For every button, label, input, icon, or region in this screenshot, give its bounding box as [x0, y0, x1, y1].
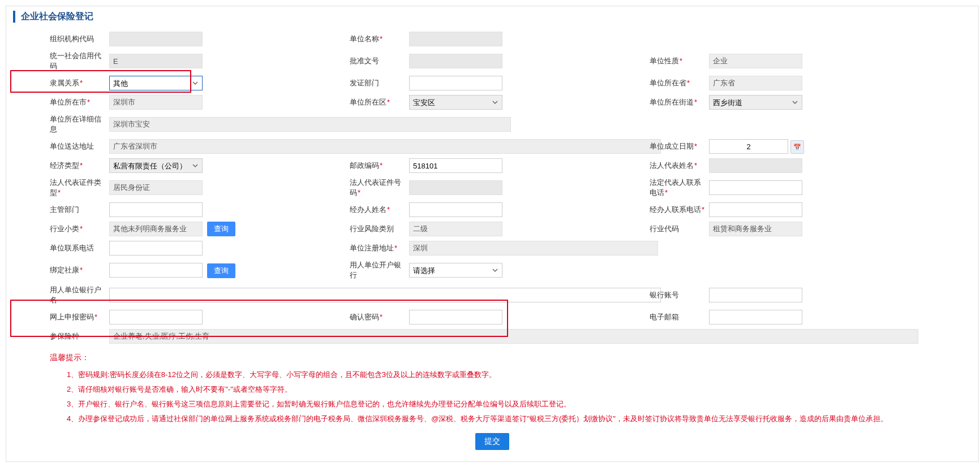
label-affiliation: 隶属关系	[50, 78, 109, 88]
tip-item: 2、请仔细核对银行账号是否准确，输入时不要有"-"或者空格等字符。	[50, 382, 972, 397]
postal-input[interactable]	[409, 158, 502, 173]
label-legal-phone: 法定代表人联系电话	[650, 178, 709, 198]
label-bank: 用人单位开户银行	[350, 260, 409, 280]
bank-acct-name-input[interactable]	[109, 288, 661, 302]
label-org-code: 组织机构代码	[50, 34, 109, 44]
label-district: 单位所在区	[350, 97, 409, 107]
label-unit-name: 单位名称	[350, 34, 409, 44]
shekang-query-button[interactable]: 查询	[207, 263, 235, 278]
unit-phone-input[interactable]	[109, 241, 203, 256]
label-reg-addr: 单位注册地址	[350, 243, 409, 253]
district-select[interactable]: 宝安区	[409, 95, 502, 110]
label-approval-no: 批准文号	[350, 56, 409, 66]
label-bind-shekang: 绑定社康	[50, 265, 109, 275]
bank-select[interactable]: 请选择	[409, 263, 502, 278]
ins-types-value: 企业养老,失业,医疗,工伤,生育	[109, 329, 918, 344]
org-code-value	[109, 32, 203, 46]
tip-item: 3、开户银行、银行户名、银行账号这三项信息原则上需要登记，如暂时确无银行账户信息…	[50, 397, 972, 412]
label-est-date: 单位成立日期	[650, 141, 709, 152]
delivery-addr-value: 广东省深圳市	[109, 139, 661, 154]
label-bank-acct-name: 用人单位银行户名	[50, 285, 109, 305]
legal-id-type-value: 居民身份证	[109, 180, 203, 195]
label-email: 电子邮箱	[650, 312, 709, 322]
reg-addr-value: 深圳	[409, 241, 658, 256]
label-unit-nature: 单位性质	[650, 56, 709, 66]
label-industry-code: 行业代码	[650, 224, 709, 234]
supervisor-input[interactable]	[109, 202, 203, 217]
label-issue-dept: 发证部门	[350, 78, 409, 88]
tips-title: 温馨提示：	[50, 353, 972, 363]
legal-name-value	[709, 158, 802, 173]
approval-no-value	[409, 54, 502, 68]
econ-type-select[interactable]: 私营有限责任（公司）	[109, 158, 203, 173]
calendar-icon[interactable]: 📅	[790, 140, 804, 154]
industry-sub-value: 其他未列明商务服务业	[109, 222, 203, 236]
label-usc-code: 统一社会信用代码	[50, 51, 109, 71]
label-unit-phone: 单位联系电话	[50, 243, 109, 253]
bank-acct-no-input[interactable]	[709, 288, 802, 302]
label-risk-level: 行业风险类别	[350, 224, 409, 234]
label-detail-addr: 单位所在详细信息	[50, 114, 109, 135]
label-confirm-pwd: 确认密码	[350, 312, 409, 322]
label-legal-id-type: 法人代表证件类型	[50, 178, 109, 198]
label-province: 单位所在省	[650, 78, 709, 88]
label-postal: 邮政编码	[350, 161, 409, 171]
label-city: 单位所在市	[50, 97, 109, 107]
page-title: 企业社会保险登记	[13, 11, 972, 23]
label-delivery-addr: 单位送达地址	[50, 141, 109, 152]
label-handler-phone: 经办人联系电话	[650, 205, 709, 215]
label-supervisor: 主管部门	[50, 205, 109, 215]
province-value: 广东省	[709, 76, 802, 90]
industry-code-value: 租赁和商务服务业	[709, 222, 802, 236]
legal-phone-input[interactable]	[709, 180, 802, 195]
label-bank-acct-no: 银行账号	[650, 290, 709, 300]
label-legal-name: 法人代表姓名	[650, 161, 709, 171]
online-pwd-input[interactable]	[109, 310, 203, 324]
usc-code-value: E	[109, 54, 203, 68]
street-select[interactable]: 西乡街道	[709, 95, 802, 110]
est-date-input[interactable]	[709, 139, 788, 154]
detail-addr-value: 深圳市宝安	[109, 117, 511, 132]
bind-shekang-input[interactable]	[109, 263, 203, 278]
industry-query-button[interactable]: 查询	[207, 222, 235, 236]
tip-item: 1、密码规则:密码长度必须在8-12位之间，必须是数字、大写字母、小写字母的组合…	[50, 367, 972, 382]
unit-nature-value: 企业	[709, 54, 802, 68]
unit-name-value	[409, 32, 502, 46]
city-value: 深圳市	[109, 95, 203, 110]
affiliation-select[interactable]: 其他	[109, 76, 203, 90]
label-econ-type: 经济类型	[50, 161, 109, 171]
label-legal-id-no: 法人代表证件号码	[350, 178, 409, 198]
handler-name-input[interactable]	[409, 202, 502, 217]
risk-level-value: 二级	[409, 222, 502, 236]
label-handler-name: 经办人姓名	[350, 205, 409, 215]
label-ins-types: 参保险种	[50, 331, 109, 341]
issue-dept-input[interactable]	[409, 76, 502, 90]
email-input[interactable]	[709, 310, 802, 324]
tip-item: 4、办理参保登记成功后，请通过社保部门的单位网上服务系统或税务部门的电子税务局、…	[50, 412, 972, 426]
handler-phone-input[interactable]	[709, 202, 802, 217]
legal-id-no-value	[409, 180, 502, 195]
label-online-pwd: 网上申报密码	[50, 312, 109, 322]
confirm-pwd-input[interactable]	[409, 310, 502, 324]
label-street: 单位所在街道	[650, 97, 709, 107]
label-industry-sub: 行业小类	[50, 224, 109, 234]
tips-list: 1、密码规则:密码长度必须在8-12位之间，必须是数字、大写字母、小写字母的组合…	[50, 367, 972, 426]
submit-button[interactable]: 提交	[475, 433, 509, 450]
